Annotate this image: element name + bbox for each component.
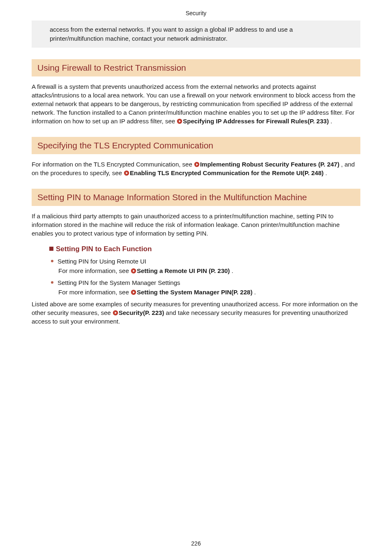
play-circle-icon	[177, 118, 182, 124]
paragraph-tls: For information on the TLS Encrypted Com…	[32, 160, 360, 177]
paragraph-firewall: A firewall is a system that prevents una…	[32, 82, 360, 125]
note-box: access from the external networks. If yo…	[32, 21, 360, 48]
play-circle-icon	[113, 310, 118, 316]
link-firewall-rules[interactable]: Specifying IP Addresses for Firewall Rul…	[177, 118, 329, 125]
link-text: Enabling TLS Encrypted Communication for…	[130, 169, 323, 176]
section-heading-firewall: Using Firewall to Restrict Transmission	[32, 59, 360, 76]
sub-heading-pin-each: Setting PIN to Each Function	[49, 245, 360, 253]
bullet-title: Setting PIN for the System Manager Setti…	[58, 279, 180, 286]
main-content: access from the external networks. If yo…	[0, 21, 392, 326]
play-circle-icon	[194, 162, 200, 167]
paragraph-pin: If a malicious third party attempts to g…	[32, 212, 360, 238]
note-text: access from the external networks. If yo…	[50, 26, 293, 42]
play-circle-icon	[131, 289, 136, 295]
page-number: 226	[0, 540, 392, 547]
text-segment: .	[329, 118, 332, 125]
play-circle-icon	[124, 170, 129, 176]
text-segment: .	[252, 289, 256, 296]
pin-bullet-list: Setting PIN for Using Remote UI For more…	[49, 257, 360, 297]
link-tls-remote-ui[interactable]: Enabling TLS Encrypted Communication for…	[124, 169, 323, 176]
link-remote-ui-pin[interactable]: Setting a Remote UI PIN (P. 230)	[131, 267, 230, 274]
link-security-chapter[interactable]: Security(P. 223)	[113, 309, 164, 316]
link-text: Setting the System Manager PIN(P. 228)	[137, 289, 252, 296]
link-text: Security(P. 223)	[119, 309, 164, 316]
sub-heading-text: Setting PIN to Each Function	[56, 245, 152, 253]
page-header-title: Security	[0, 0, 392, 21]
section-heading-pin: Setting PIN to Manage Information Stored…	[32, 189, 360, 206]
link-text: Setting a Remote UI PIN (P. 230)	[137, 267, 230, 274]
list-item: Setting PIN for Using Remote UI For more…	[49, 257, 360, 276]
link-robust-security[interactable]: Implementing Robust Security Features (P…	[194, 161, 339, 168]
link-text: Specifying IP Addresses for Firewall Rul…	[183, 118, 329, 125]
bullet-title: Setting PIN for Using Remote UI	[58, 258, 146, 265]
text-segment: .	[323, 169, 327, 176]
text-segment: For information on the TLS Encrypted Com…	[32, 161, 194, 168]
square-bullet-icon	[49, 247, 53, 251]
bullet-detail: For more information, see Setting the Sy…	[58, 289, 256, 296]
link-text: Implementing Robust Security Features (P…	[200, 161, 339, 168]
text-segment: .	[230, 267, 233, 274]
play-circle-icon	[131, 268, 136, 274]
text-segment: For more information, see	[58, 289, 131, 296]
paragraph-closing: Listed above are some examples of securi…	[32, 300, 360, 326]
text-segment: For more information, see	[58, 267, 131, 274]
section-heading-tls: Specifying the TLS Encrypted Communicati…	[32, 137, 360, 154]
list-item: Setting PIN for the System Manager Setti…	[49, 278, 360, 297]
bullet-detail: For more information, see Setting a Remo…	[58, 267, 233, 274]
link-system-manager-pin[interactable]: Setting the System Manager PIN(P. 228)	[131, 289, 252, 296]
